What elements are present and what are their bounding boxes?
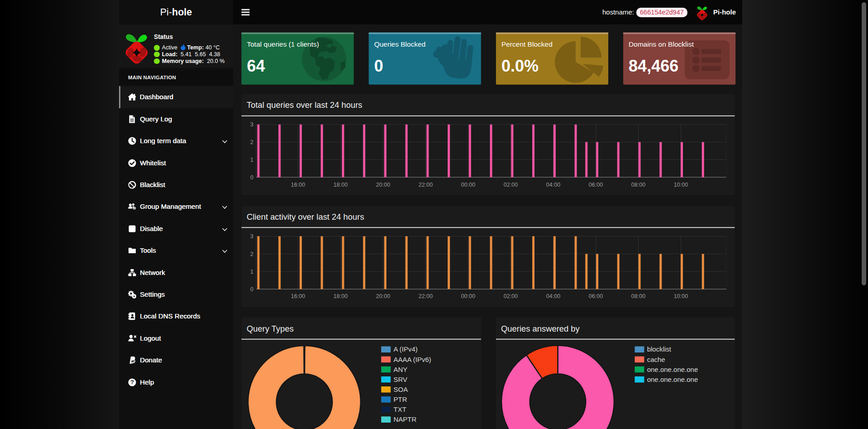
svg-text:00:00: 00:00 bbox=[461, 182, 475, 188]
svg-text:0: 0 bbox=[250, 286, 253, 293]
svg-text:84,466: 84,466 bbox=[629, 57, 678, 75]
svg-text:cache: cache bbox=[647, 356, 665, 363]
svg-text:10:00: 10:00 bbox=[674, 182, 688, 188]
svg-text:Domains on Blocklist: Domains on Blocklist bbox=[629, 40, 694, 48]
svg-text:18:00: 18:00 bbox=[334, 293, 348, 299]
svg-text:one.one.one.one: one.one.one.one bbox=[647, 366, 698, 373]
svg-text:20:00: 20:00 bbox=[376, 293, 390, 299]
svg-text:06:00: 06:00 bbox=[589, 182, 603, 188]
svg-text:Percent Blocked: Percent Blocked bbox=[501, 40, 553, 48]
svg-text:22:00: 22:00 bbox=[419, 293, 433, 299]
svg-text:16:00: 16:00 bbox=[291, 182, 305, 188]
svg-text:ANY: ANY bbox=[394, 366, 408, 373]
svg-text:3: 3 bbox=[250, 121, 253, 128]
svg-text:16:00: 16:00 bbox=[291, 293, 305, 299]
svg-text:1: 1 bbox=[250, 157, 253, 163]
svg-text:3: 3 bbox=[250, 233, 253, 240]
svg-text:Total queries over last 24 hou: Total queries over last 24 hours bbox=[247, 100, 362, 110]
svg-text:1: 1 bbox=[250, 269, 253, 275]
svg-text:2: 2 bbox=[250, 251, 253, 257]
svg-text:18:00: 18:00 bbox=[334, 182, 348, 188]
svg-text:04:00: 04:00 bbox=[546, 182, 560, 188]
svg-text:06:00: 06:00 bbox=[589, 293, 603, 299]
svg-text:Queries answered by: Queries answered by bbox=[501, 324, 580, 333]
svg-text:Query Types: Query Types bbox=[247, 324, 294, 333]
svg-text:0.0%: 0.0% bbox=[501, 57, 539, 75]
svg-text:2: 2 bbox=[250, 139, 253, 145]
svg-text:00:00: 00:00 bbox=[461, 293, 475, 299]
svg-text:PTR: PTR bbox=[394, 395, 407, 403]
svg-text:NAPTR: NAPTR bbox=[394, 415, 417, 423]
svg-text:02:00: 02:00 bbox=[504, 293, 518, 299]
svg-text:Queries Blocked: Queries Blocked bbox=[374, 40, 426, 48]
svg-text:blocklist: blocklist bbox=[647, 345, 672, 353]
svg-text:one.one.one.one: one.one.one.one bbox=[647, 376, 698, 383]
svg-text:SRV: SRV bbox=[394, 376, 408, 383]
svg-text:AAAA (IPv6): AAAA (IPv6) bbox=[394, 356, 431, 363]
svg-text:20:00: 20:00 bbox=[376, 182, 390, 188]
svg-text:0: 0 bbox=[250, 174, 253, 181]
svg-text:04:00: 04:00 bbox=[546, 293, 560, 299]
svg-text:10:00: 10:00 bbox=[674, 293, 688, 299]
svg-text:SOA: SOA bbox=[394, 386, 408, 393]
svg-text:Client activity over last 24 h: Client activity over last 24 hours bbox=[247, 212, 364, 222]
svg-text:08:00: 08:00 bbox=[631, 293, 645, 299]
svg-text:A (IPv4): A (IPv4) bbox=[394, 345, 418, 353]
svg-text:22:00: 22:00 bbox=[419, 182, 433, 188]
svg-text:02:00: 02:00 bbox=[504, 182, 518, 188]
svg-text:64: 64 bbox=[247, 57, 265, 75]
svg-text:Total queries (1 clients): Total queries (1 clients) bbox=[247, 40, 319, 48]
svg-text:TXT: TXT bbox=[394, 405, 406, 413]
svg-text:08:00: 08:00 bbox=[631, 182, 645, 188]
svg-text:0: 0 bbox=[374, 57, 383, 75]
